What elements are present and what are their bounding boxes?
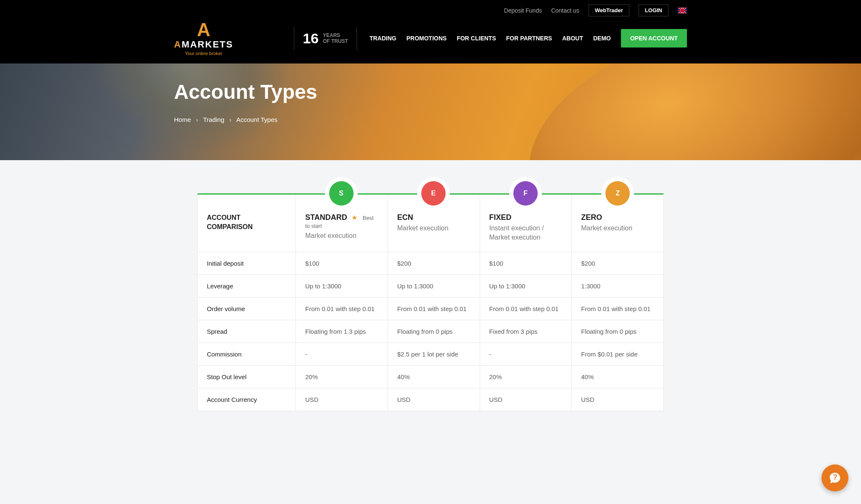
row-value: 40% bbox=[571, 366, 663, 388]
row-label: Account Currency bbox=[198, 388, 296, 411]
badge-fixed-icon: F bbox=[513, 181, 538, 206]
nav-demo[interactable]: DEMO bbox=[593, 35, 611, 42]
row-value: 40% bbox=[388, 366, 480, 388]
row-label: Order volume bbox=[198, 298, 296, 320]
row-label: Initial deposit bbox=[198, 252, 296, 274]
hero-banner: Account Types Home › Trading › Account T… bbox=[0, 63, 861, 160]
row-value: Up to 1:3000 bbox=[480, 275, 572, 297]
plan-name: FIXED bbox=[489, 213, 563, 222]
nav-trading[interactable]: TRADING bbox=[370, 35, 396, 42]
trust-years-text: YEARSOF TRUST bbox=[323, 32, 348, 45]
breadcrumb-sep-icon: › bbox=[196, 116, 198, 123]
plan-subtitle: Market execution bbox=[581, 224, 654, 233]
row-value: USD bbox=[480, 388, 572, 411]
trust-years-number: 16 bbox=[303, 30, 319, 47]
top-utility-links: Deposit Funds Contact us WebTrader LOGIN bbox=[174, 0, 687, 21]
row-value: From 0.01 with step 0.01 bbox=[571, 298, 663, 320]
trust-badge: 16 YEARSOF TRUST bbox=[294, 27, 357, 50]
table-row: Order volumeFrom 0.01 with step 0.01From… bbox=[198, 297, 663, 320]
nav-for-clients[interactable]: FOR CLIENTS bbox=[457, 35, 496, 42]
row-value: - bbox=[480, 343, 572, 365]
table-row: Account CurrencyUSDUSDUSDUSD bbox=[198, 388, 663, 411]
main-navigation: A AMARKETS Your online broker 16 YEARSOF… bbox=[174, 21, 687, 63]
row-label: Commission bbox=[198, 343, 296, 365]
plan-subtitle: Instant execution / Market execution bbox=[489, 224, 563, 243]
row-value: Fixed from 3 pips bbox=[480, 320, 572, 343]
row-value: 20% bbox=[296, 366, 388, 388]
plan-subtitle: Market execution bbox=[305, 231, 378, 240]
logo-tagline: Your online broker bbox=[185, 51, 222, 56]
row-value: - bbox=[296, 343, 388, 365]
table-row: Stop Out level20%40%20%40% bbox=[198, 365, 663, 388]
row-value: From 0.01 with step 0.01 bbox=[480, 298, 572, 320]
comparison-table: ACCOUNT COMPARISON STANDARD ★ Best to st… bbox=[197, 193, 664, 411]
star-icon: ★ bbox=[351, 214, 357, 221]
plan-badge-row: S E F Z bbox=[197, 181, 664, 206]
deposit-funds-link[interactable]: Deposit Funds bbox=[504, 7, 542, 14]
row-value: From 0.01 with step 0.01 bbox=[296, 298, 388, 320]
breadcrumb-trading[interactable]: Trading bbox=[203, 116, 224, 123]
row-label: Stop Out level bbox=[198, 366, 296, 388]
nav-links: TRADING PROMOTIONS FOR CLIENTS FOR PARTN… bbox=[370, 29, 687, 47]
plan-name: ZERO bbox=[581, 213, 654, 222]
row-label: Leverage bbox=[198, 275, 296, 297]
badge-zero-icon: Z bbox=[605, 181, 630, 206]
table-row: SpreadFloating from 1.3 pipsFloating fro… bbox=[198, 320, 663, 343]
row-value: 20% bbox=[480, 366, 572, 388]
table-row: Commission-$2.5 per 1 lot per side-From … bbox=[198, 343, 663, 365]
row-value: Up to 1:3000 bbox=[388, 275, 480, 297]
row-value: Floating from 1.3 pips bbox=[296, 320, 388, 343]
table-row: LeverageUp to 1:3000Up to 1:3000Up to 1:… bbox=[198, 274, 663, 297]
row-value: From 0.01 with step 0.01 bbox=[388, 298, 480, 320]
row-value: $200 bbox=[388, 252, 480, 274]
plan-name: ECN bbox=[397, 213, 470, 222]
logo-mark-icon: A bbox=[197, 21, 210, 39]
row-value: Up to 1:3000 bbox=[296, 275, 388, 297]
row-value: USD bbox=[571, 388, 663, 411]
webtrader-button[interactable]: WebTrader bbox=[589, 4, 629, 16]
breadcrumb-current: Account Types bbox=[236, 116, 277, 123]
row-value: From $0.01 per side bbox=[571, 343, 663, 365]
row-value: 1:3000 bbox=[571, 275, 663, 297]
language-flag-icon[interactable] bbox=[678, 8, 687, 13]
logo-brand: AMARKETS bbox=[174, 39, 233, 50]
contact-us-link[interactable]: Contact us bbox=[551, 7, 579, 14]
row-value: $2.5 per 1 lot per side bbox=[388, 343, 480, 365]
badge-standard-icon: S bbox=[329, 181, 354, 206]
nav-promotions[interactable]: PROMOTIONS bbox=[407, 35, 447, 42]
plan-name: STANDARD bbox=[305, 213, 347, 222]
row-value: Floating from 0 pips bbox=[388, 320, 480, 343]
login-button[interactable]: LOGIN bbox=[639, 4, 668, 16]
row-value: Floating from 0 pips bbox=[571, 320, 663, 343]
row-value: USD bbox=[296, 388, 388, 411]
table-row: Initial deposit$100$200$100$200 bbox=[198, 252, 663, 274]
row-value: $100 bbox=[296, 252, 388, 274]
nav-for-partners[interactable]: FOR PARTNERS bbox=[506, 35, 552, 42]
breadcrumb-home[interactable]: Home bbox=[174, 116, 191, 123]
breadcrumb: Home › Trading › Account Types bbox=[174, 116, 687, 123]
row-value: $100 bbox=[480, 252, 572, 274]
row-label: Spread bbox=[198, 320, 296, 343]
logo[interactable]: A AMARKETS Your online broker bbox=[174, 21, 233, 56]
plan-subtitle: Market execution bbox=[397, 224, 470, 233]
nav-about[interactable]: ABOUT bbox=[562, 35, 583, 42]
row-value: USD bbox=[388, 388, 480, 411]
open-account-button[interactable]: OPEN ACCOUNT bbox=[621, 29, 687, 47]
row-value: $200 bbox=[571, 252, 663, 274]
breadcrumb-sep-icon: › bbox=[230, 116, 232, 123]
badge-ecn-icon: E bbox=[421, 181, 446, 206]
page-title: Account Types bbox=[174, 80, 687, 103]
